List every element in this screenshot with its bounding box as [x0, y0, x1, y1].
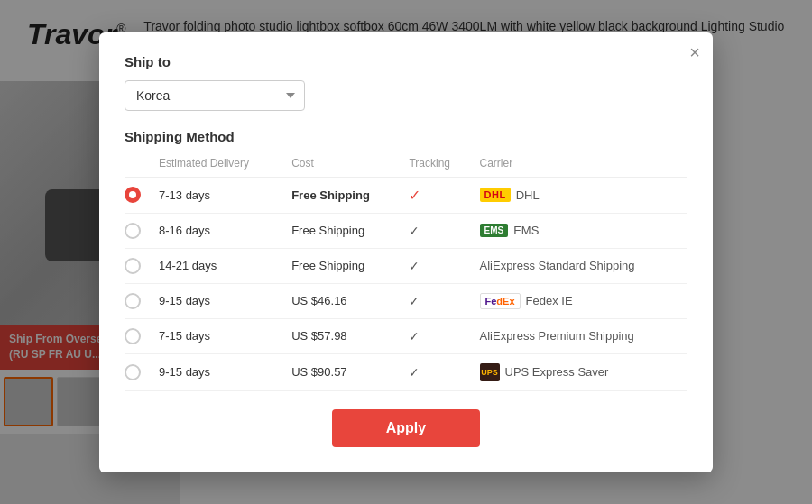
tracking-check: ✓ — [401, 353, 472, 390]
col-select — [125, 157, 152, 178]
carrier-info: AliExpress Premium Shipping — [473, 318, 687, 353]
delivery-days: 7-13 days — [152, 177, 284, 213]
carrier-info: DHLDHL — [473, 177, 687, 213]
radio-button[interactable] — [125, 293, 141, 309]
modal-close-button[interactable]: × — [689, 43, 700, 61]
tracking-check: ✓ — [401, 248, 472, 283]
carrier-name: AliExpress Standard Shipping — [480, 259, 635, 272]
modal-overlay: × Ship to Korea United States United Kin… — [0, 0, 812, 504]
carrier-info: AliExpress Standard Shipping — [473, 248, 687, 283]
shipping-modal: × Ship to Korea United States United Kin… — [99, 32, 713, 472]
radio-button[interactable] — [125, 258, 141, 274]
tracking-check: ✓ — [401, 213, 472, 248]
carrier-name: AliExpress Premium Shipping — [480, 329, 634, 343]
delivery-days: 9-15 days — [152, 353, 284, 390]
shipping-cost: Free Shipping — [284, 213, 401, 248]
shipping-table: Estimated Delivery Cost Tracking Carrier… — [125, 157, 687, 391]
carrier-info: EMSEMS — [473, 213, 687, 248]
radio-button[interactable] — [125, 364, 141, 380]
tracking-check: ✓ — [401, 318, 472, 353]
shipping-method-label: Shipping Method — [125, 129, 687, 144]
col-carrier: Carrier — [473, 157, 687, 178]
carrier-info: FedExFedex IE — [473, 283, 687, 318]
shipping-row[interactable]: 8-16 daysFree Shipping✓EMSEMS — [125, 213, 687, 248]
carrier-name: UPS Express Saver — [505, 365, 609, 379]
tracking-check: ✓ — [401, 283, 472, 318]
carrier-name: Fedex IE — [526, 294, 573, 307]
delivery-days: 14-21 days — [152, 248, 284, 283]
delivery-days: 8-16 days — [152, 213, 284, 248]
shipping-row[interactable]: 7-15 daysUS $57.98✓AliExpress Premium Sh… — [125, 318, 687, 353]
shipping-row[interactable]: 7-13 daysFree Shipping✓DHLDHL — [125, 177, 687, 213]
radio-button[interactable] — [125, 187, 141, 203]
radio-button[interactable] — [125, 328, 141, 344]
shipping-cost: Free Shipping — [284, 177, 401, 213]
shipping-cost: Free Shipping — [284, 248, 401, 283]
ship-to-label: Ship to — [125, 54, 687, 69]
delivery-days: 7-15 days — [152, 318, 284, 353]
shipping-cost: US $46.16 — [284, 283, 401, 318]
col-delivery: Estimated Delivery — [152, 157, 284, 178]
shipping-row[interactable]: 9-15 daysUS $90.57✓UPSUPS Express Saver — [125, 353, 687, 390]
col-tracking: Tracking — [401, 157, 472, 178]
carrier-info: UPSUPS Express Saver — [473, 353, 687, 390]
shipping-row[interactable]: 9-15 daysUS $46.16✓FedExFedex IE — [125, 283, 687, 318]
tracking-check: ✓ — [401, 177, 472, 213]
apply-button-row: Apply — [125, 409, 687, 447]
shipping-cost: US $90.57 — [284, 353, 401, 390]
shipping-cost: US $57.98 — [284, 318, 401, 353]
shipping-row[interactable]: 14-21 daysFree Shipping✓AliExpress Stand… — [125, 248, 687, 283]
apply-button[interactable]: Apply — [332, 409, 480, 447]
radio-button[interactable] — [125, 223, 141, 239]
carrier-name: DHL — [516, 188, 540, 202]
carrier-name: EMS — [513, 224, 539, 237]
col-cost: Cost — [284, 157, 401, 178]
country-select[interactable]: Korea United States United Kingdom Japan… — [125, 80, 305, 111]
delivery-days: 9-15 days — [152, 283, 284, 318]
